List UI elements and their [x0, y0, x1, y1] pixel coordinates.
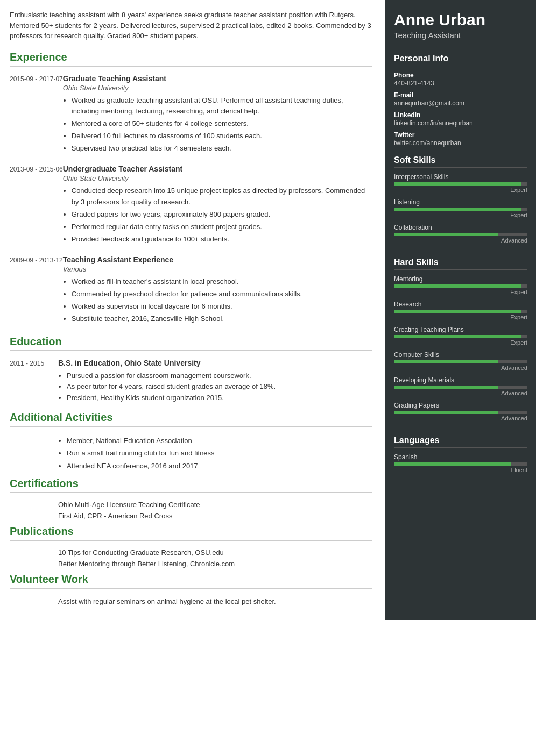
experience-entries: 2015-09 - 2017-07Graduate Teaching Assis…: [10, 74, 372, 326]
skill-name: Computer Skills: [394, 351, 527, 359]
soft-skills-section: Soft Skills Interpersonal SkillsExpertLi…: [385, 150, 536, 252]
activities-section: Additional Activities Member, National E…: [10, 411, 372, 472]
exp-bullet: Conducted deep research into 15 unique p…: [72, 186, 372, 208]
skill-bar-bg: [394, 411, 527, 414]
edu-bullet: President, Healthy Kids student organiza…: [67, 393, 276, 404]
exp-title: Undergraduate Teacher Assistant: [63, 165, 372, 173]
skill-name: Collaboration: [394, 224, 527, 231]
skill-name: Grading Papers: [394, 402, 527, 409]
exp-bullet: Mentored a core of 50+ students for 4 co…: [72, 118, 372, 130]
phone-value: 440-821-4143: [394, 80, 527, 87]
skill-level: Expert: [394, 289, 527, 295]
exp-org: Ohio State University: [63, 174, 372, 182]
right-panel: Anne Urban Teaching Assistant Personal I…: [385, 0, 536, 620]
hard-skills-title: Hard Skills: [394, 258, 527, 270]
personal-info-title: Personal Info: [394, 54, 527, 66]
skill-level: Expert: [394, 187, 527, 193]
education-title: Education: [10, 336, 372, 351]
experience-entry: 2013-09 - 2015-06Undergraduate Teacher A…: [10, 165, 372, 246]
skill-bar-bg: [394, 284, 527, 288]
soft-skills-list: Interpersonal SkillsExpertListeningExper…: [394, 173, 527, 244]
email-label: E-mail: [394, 91, 527, 99]
languages-list: SpanishFluent: [394, 453, 527, 473]
exp-bullet: Worked as graduate teaching assistant at…: [72, 95, 372, 118]
exp-bullet: Supervised two practical labs for 4 seme…: [72, 143, 372, 154]
skill-item: ResearchExpert: [394, 301, 527, 320]
skill-level: Advanced: [394, 237, 527, 244]
exp-bullet: Graded papers for two years, approximate…: [72, 209, 372, 220]
publications-section: Publications 10 Tips for Conducting Grad…: [10, 525, 372, 568]
experience-entry: 2009-09 - 2013-12Teaching Assistant Expe…: [10, 255, 372, 325]
skill-bar-fill: [394, 182, 521, 186]
exp-title: Teaching Assistant Experience: [63, 255, 372, 264]
edu-bullet: As peer tutor for 4 years, raised studen…: [67, 381, 276, 393]
skill-level: Advanced: [394, 415, 527, 422]
certifications-section: Certifications Ohio Multi-Age Licensure …: [10, 477, 372, 520]
skill-bar-fill: [394, 233, 498, 236]
exp-bullet: Delivered 10 full lectures to classrooms…: [72, 131, 372, 142]
language-item: SpanishFluent: [394, 453, 527, 473]
education-entries: 2011 - 2015B.S. in Education, Ohio State…: [10, 359, 372, 404]
skill-item: Grading PapersAdvanced: [394, 402, 527, 422]
exp-bullets: Conducted deep research into 15 unique p…: [63, 186, 372, 245]
skill-item: Interpersonal SkillsExpert: [394, 173, 527, 193]
twitter-label: Twitter: [394, 131, 527, 139]
skill-name: Creating Teaching Plans: [394, 326, 527, 333]
edu-content: B.S. in Education, Ohio State University…: [58, 359, 276, 404]
experience-entry: 2015-09 - 2017-07Graduate Teaching Assis…: [10, 74, 372, 155]
exp-bullet: Worked as fill-in teacher's assistant in…: [72, 276, 372, 288]
languages-section: Languages SpanishFluent: [385, 430, 536, 482]
vol-item: Assist with regular seminars on animal h…: [58, 596, 372, 607]
exp-bullets: Worked as fill-in teacher's assistant in…: [63, 276, 372, 324]
skill-name: Research: [394, 301, 527, 308]
skill-bar-bg: [394, 208, 527, 211]
edu-bullet: Pursued a passion for classroom manageme…: [67, 370, 276, 382]
language-bar-bg: [394, 462, 527, 466]
skill-name: Mentoring: [394, 275, 527, 283]
exp-bullet: Substitute teacher, 2016, Zanesville Hig…: [72, 313, 372, 325]
skill-level: Advanced: [394, 390, 527, 396]
exp-date: 2009-09 - 2013-12: [10, 255, 63, 325]
skill-level: Expert: [394, 339, 527, 346]
cert-item: First Aid, CPR - American Red Cross: [58, 512, 372, 520]
volunteer-title: Volunteer Work: [10, 573, 372, 589]
skill-level: Expert: [394, 314, 527, 320]
linkedin-label: LinkedIn: [394, 111, 527, 119]
exp-title: Graduate Teaching Assistant: [63, 74, 372, 83]
education-section: Education 2011 - 2015B.S. in Education, …: [10, 336, 372, 404]
cert-list: Ohio Multi-Age Licensure Teaching Certif…: [10, 501, 372, 520]
soft-skills-title: Soft Skills: [394, 155, 527, 168]
vol-list: Assist with regular seminars on animal h…: [10, 596, 372, 607]
skill-bar-bg: [394, 310, 527, 313]
activities-title: Additional Activities: [10, 411, 372, 427]
education-entry: 2011 - 2015B.S. in Education, Ohio State…: [10, 359, 372, 404]
skill-level: Advanced: [394, 365, 527, 371]
personal-info-section: Personal Info Phone 440-821-4143 E-mail …: [385, 48, 536, 150]
skill-bar-fill: [394, 284, 521, 288]
activity-item: Run a small trail running club for fun a…: [67, 447, 372, 459]
edu-bullets: Pursued a passion for classroom manageme…: [58, 370, 276, 404]
certifications-title: Certifications: [10, 477, 372, 493]
exp-bullet: Performed regular data entry tasks on st…: [72, 222, 372, 233]
exp-org: Ohio State University: [63, 84, 372, 92]
candidate-name: Anne Urban: [394, 11, 527, 28]
skill-item: Computer SkillsAdvanced: [394, 351, 527, 371]
exp-date: 2013-09 - 2015-06: [10, 165, 63, 246]
skill-item: Developing MaterialsAdvanced: [394, 376, 527, 396]
edu-title: B.S. in Education, Ohio State University: [58, 359, 276, 367]
exp-bullet: Provided feedback and guidance to 100+ s…: [72, 234, 372, 245]
skill-bar-fill: [394, 208, 521, 211]
language-level: Fluent: [394, 467, 527, 473]
experience-title: Experience: [10, 51, 372, 67]
summary-text: Enthusiastic teaching assistant with 8 y…: [10, 10, 372, 41]
pub-item: Better Mentoring through Better Listenin…: [58, 560, 372, 568]
skill-item: MentoringExpert: [394, 275, 527, 295]
exp-date: 2015-09 - 2017-07: [10, 74, 63, 155]
skill-bar-bg: [394, 182, 527, 186]
linkedin-value: linkedin.com/in/annequrban: [394, 119, 527, 127]
skill-item: Creating Teaching PlansExpert: [394, 326, 527, 346]
activity-item: Attended NEA conference, 2016 and 2017: [67, 460, 372, 472]
activities-list: Member, National Education AssociationRu…: [58, 434, 372, 472]
language-bar-fill: [394, 462, 511, 466]
hard-skills-section: Hard Skills MentoringExpertResearchExper…: [385, 252, 536, 430]
